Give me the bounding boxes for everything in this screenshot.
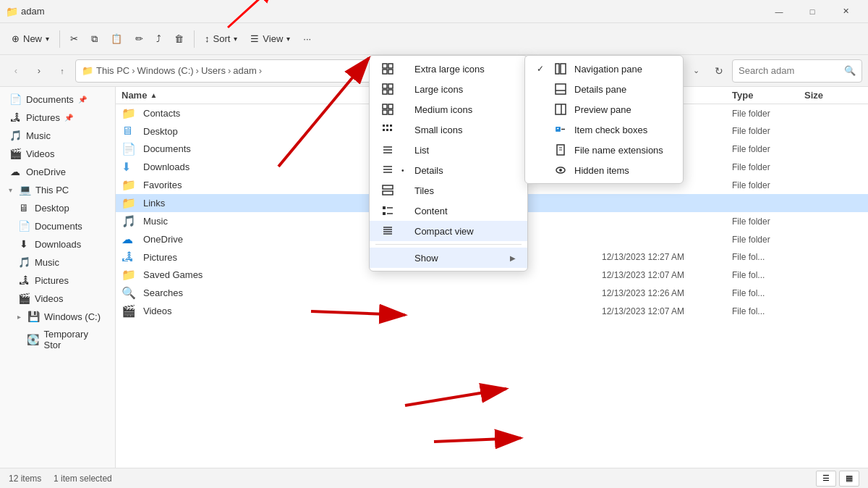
menu-item-large-icons[interactable]: Large icons [370, 79, 527, 99]
submenu-item-navigation-pane[interactable]: ✓ Navigation pane [525, 59, 683, 79]
list-view-button[interactable]: ☰ [816, 471, 836, 487]
folder-icon-music: 🎵 [122, 214, 139, 228]
menu-item-small-icons[interactable]: Small icons [370, 119, 527, 140]
sidebar-item-music[interactable]: 🎵 Music [3, 127, 112, 144]
show-submenu: ✓ Navigation pane Details pane Preview p… [524, 55, 684, 184]
share-icon: ⤴ [156, 33, 161, 44]
refresh-button[interactable]: ↻ [709, 61, 729, 81]
header-type[interactable]: Type [732, 90, 804, 101]
file-type-documents: File folder [732, 144, 804, 154]
hidden-items-icon [554, 164, 567, 176]
nav-pane-check: ✓ [537, 64, 547, 74]
sidebar-label-thispc: This PC [35, 185, 69, 195]
onedrive-icon: ☁ [9, 166, 22, 177]
details-pane-check [537, 84, 547, 94]
sidebar-item-documents-pinned[interactable]: 📄 Documents 📌 [3, 91, 112, 108]
minimize-button[interactable]: — [762, 0, 796, 23]
sidebar-item-onedrive[interactable]: ☁ OneDrive [3, 163, 112, 180]
menu-item-compact-view[interactable]: Compact view [370, 221, 527, 241]
documents-icon2: 📄 [17, 220, 30, 232]
svg-rect-30 [383, 212, 386, 215]
sidebar-item-downloads[interactable]: ⬇ Downloads [12, 235, 112, 253]
file-type-desktop: File folder [732, 126, 804, 136]
menu-item-content[interactable]: Content [370, 201, 527, 221]
sidebar-label-temp-stor: Temporary Stor [44, 329, 106, 350]
share-button[interactable]: ⤴ [150, 28, 167, 51]
delete-button[interactable]: 🗑 [169, 28, 190, 51]
menu-item-extra-large-icons[interactable]: Extra large icons [370, 59, 527, 79]
submenu-label-hidden-items: Hidden items [574, 165, 629, 176]
sort-button[interactable]: ↕ Sort ▾ [199, 28, 243, 51]
sidebar-item-videos[interactable]: 🎬 Videos [3, 145, 112, 162]
header-name-label: Name [122, 90, 147, 101]
table-row[interactable]: 🔍 Searches 12/13/2023 12:26 AM File fol.… [116, 284, 868, 302]
folder-icon-documents: 📄 [122, 142, 139, 156]
preview-pane-icon [554, 104, 567, 115]
sidebar-item-pictures[interactable]: 🏞 Pictures [12, 272, 112, 289]
svg-rect-2 [383, 64, 387, 68]
forward-button[interactable]: › [29, 61, 49, 81]
header-size[interactable]: Size [804, 90, 862, 101]
sidebar-item-temp-stor[interactable]: ▸ 💽 Temporary Stor [12, 326, 112, 353]
menu-item-details[interactable]: • Details [370, 160, 527, 180]
submenu-item-file-name-extensions[interactable]: File name extensions [525, 140, 683, 160]
file-type-downloads: File folder [732, 162, 804, 172]
menu-label-compact-view: Compact view [414, 226, 474, 237]
menu-item-list[interactable]: List [370, 140, 527, 160]
svg-rect-28 [383, 206, 386, 209]
details-icon [381, 164, 394, 176]
view-button[interactable]: ☰ View ▾ [244, 28, 296, 51]
view-dropdown-menu: Extra large icons Large icons Medium ico… [369, 55, 528, 272]
separator2 [194, 30, 195, 48]
new-dropdown-icon: ▾ [46, 35, 49, 43]
menu-item-tiles[interactable]: Tiles [370, 180, 527, 201]
sidebar-item-thispc[interactable]: ▾ 💻 This PC [3, 181, 112, 198]
cut-button[interactable]: ✂ [64, 28, 84, 51]
submenu-item-hidden-items[interactable]: Hidden items [525, 160, 683, 180]
back-button[interactable]: ‹ [6, 61, 26, 81]
svg-rect-10 [383, 104, 387, 109]
detail-view-button[interactable]: ▦ [839, 471, 859, 487]
up-button[interactable]: ↑ [52, 61, 72, 81]
sidebar-thispc-group: 🖥 Desktop 📄 Documents ⬇ Downloads 🎵 Musi… [0, 199, 115, 353]
file-type-favorites: File folder [732, 180, 804, 190]
menu-item-show[interactable]: Show ▶ [370, 248, 527, 268]
copy-button[interactable]: ⧉ [85, 28, 103, 51]
documents-icon: 📄 [9, 93, 22, 105]
sidebar-item-videos2[interactable]: 🎬 Videos [12, 290, 112, 307]
folder-icon-onedrive: ☁ [122, 232, 139, 246]
delete-icon: 🗑 [174, 33, 184, 44]
sidebar-item-music2[interactable]: 🎵 Music [12, 253, 112, 271]
sidebar-item-desktop[interactable]: 🖥 Desktop [12, 199, 112, 216]
close-button[interactable]: ✕ [829, 0, 862, 23]
menu-label-details: Details [414, 165, 443, 176]
table-row[interactable]: 🎬 Videos 12/13/2023 12:07 AM File fol... [116, 302, 868, 320]
search-box[interactable]: 🔍 [732, 59, 862, 83]
submenu-item-preview-pane[interactable]: Preview pane [525, 99, 683, 119]
sidebar-item-windows-c[interactable]: ▸ 💾 Windows (C:) [12, 308, 112, 325]
submenu-item-item-checkboxes[interactable]: Item check boxes [525, 119, 683, 140]
dropdown-address-button[interactable]: ⌄ [686, 61, 706, 81]
rename-button[interactable]: ✏ [129, 28, 149, 51]
menu-label-show: Show [414, 253, 438, 264]
file-date-saved-games: 12/13/2023 12:07 AM [602, 270, 732, 280]
sidebar-item-documents[interactable]: 📄 Documents [12, 217, 112, 235]
content-icon [381, 205, 394, 216]
downloads-icon: ⬇ [17, 238, 30, 250]
menu-label-extra-large-icons: Extra large icons [414, 64, 485, 75]
paste-button[interactable]: 📋 [105, 28, 128, 51]
submenu-item-details-pane[interactable]: Details pane [525, 79, 683, 99]
breadcrumb-sep1: › [132, 65, 135, 76]
menu-label-small-icons: Small icons [414, 125, 462, 135]
folder-icon-videos: 🎬 [122, 304, 139, 318]
maximize-button[interactable]: □ [796, 0, 829, 23]
menu-item-medium-icons[interactable]: Medium icons [370, 99, 527, 119]
menu-label-medium-icons: Medium icons [414, 104, 472, 115]
search-input[interactable] [739, 65, 840, 76]
new-button[interactable]: ⊕ New ▾ [6, 28, 55, 51]
sidebar-item-pictures-pinned[interactable]: 🏞 Pictures 📌 [3, 109, 112, 126]
svg-rect-9 [388, 90, 393, 94]
more-button[interactable]: ··· [297, 28, 317, 51]
submenu-label-file-name-extensions: File name extensions [574, 145, 663, 156]
selection-count: 1 item selected [54, 474, 112, 484]
